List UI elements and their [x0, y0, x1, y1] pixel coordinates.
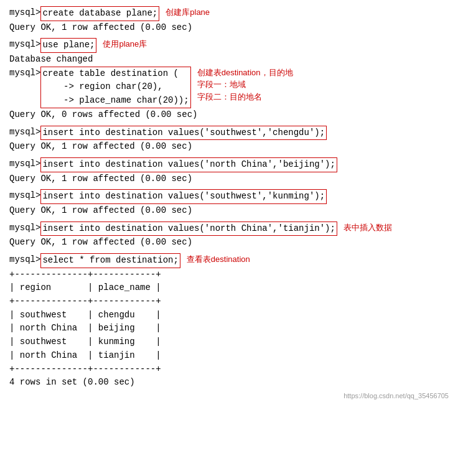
comment-line: 创建表destination，目的地 — [197, 67, 293, 79]
table-line: | southwest | kunming | — [9, 335, 449, 349]
command-text: create database plane; — [40, 6, 159, 21]
command-line: mysql>insert into destination values('no… — [9, 222, 449, 236]
output-line: Query OK, 1 row affected (0.00 sec) — [9, 21, 449, 35]
command-line: mysql>create database plane;创建库plane — [9, 6, 449, 21]
mysql-prompt: mysql> — [9, 189, 40, 203]
command-comment: 表中插入数据 — [344, 222, 392, 234]
command-text: insert into destination values('north Ch… — [40, 222, 337, 236]
mysql-prompt: mysql> — [9, 67, 40, 80]
output-line: Query OK, 0 rows affected (0.00 sec) — [9, 108, 449, 122]
mysql-prompt: mysql> — [9, 6, 40, 20]
comment-line: 字段一：地域 — [197, 78, 293, 91]
table-line: +--------------+------------+ — [9, 363, 449, 376]
mysql-prompt: mysql> — [9, 253, 40, 267]
command-comment: 创建库plane — [166, 6, 210, 19]
table-line: +--------------+------------+ — [9, 268, 449, 282]
command-text: insert into destination values('southwes… — [40, 126, 327, 141]
table-line: +--------------+------------+ — [9, 295, 449, 309]
command-line: mysql>insert into destination values('so… — [9, 189, 449, 204]
table-line: | north China | tianjin | — [9, 349, 449, 363]
command-line: mysql>insert into destination values('no… — [9, 157, 449, 172]
command-text: insert into destination values('southwes… — [40, 189, 327, 204]
command-text: select * from destination; — [40, 253, 180, 268]
command-comment: 查看表destination — [187, 253, 250, 266]
multiline-comments: 创建表destination，目的地字段一：地域字段二：目的地名 — [197, 67, 293, 103]
command-text: insert into destination values('north Ch… — [40, 157, 337, 172]
output-line: Query OK, 1 row affected (0.00 sec) — [9, 172, 449, 186]
table-line: | north China | beijing | — [9, 322, 449, 335]
command-line-multiline: mysql>create table destination ( -> regi… — [9, 67, 449, 108]
output-line: Query OK, 1 row affected (0.00 sec) — [9, 236, 449, 250]
command-comment: 使用plane库 — [103, 38, 147, 50]
table-line: | region | place_name | — [9, 281, 449, 295]
mysql-prompt: mysql> — [9, 38, 40, 52]
output-line: Query OK, 1 row affected (0.00 sec) — [9, 204, 449, 218]
output-line: Database changed — [9, 53, 449, 67]
command-line: mysql>select * from destination;查看表desti… — [9, 253, 449, 268]
mysql-prompt: mysql> — [9, 222, 40, 235]
multiline-command-text: create table destination ( -> region cha… — [40, 67, 190, 108]
command-line: mysql>use plane;使用plane库 — [9, 38, 449, 53]
comment-line: 字段二：目的地名 — [197, 91, 293, 103]
terminal: mysql>create database plane;创建库planeQuer… — [9, 6, 449, 399]
mysql-prompt: mysql> — [9, 157, 40, 171]
output-line: 4 rows in set (0.00 sec) — [9, 376, 449, 390]
table-line: | southwest | chengdu | — [9, 309, 449, 322]
command-line: mysql>insert into destination values('so… — [9, 126, 449, 141]
mysql-prompt: mysql> — [9, 126, 40, 139]
command-text: use plane; — [40, 38, 96, 53]
output-line: Query OK, 1 row affected (0.00 sec) — [9, 140, 449, 154]
watermark: https://blog.csdn.net/qq_35456705 — [9, 392, 449, 399]
